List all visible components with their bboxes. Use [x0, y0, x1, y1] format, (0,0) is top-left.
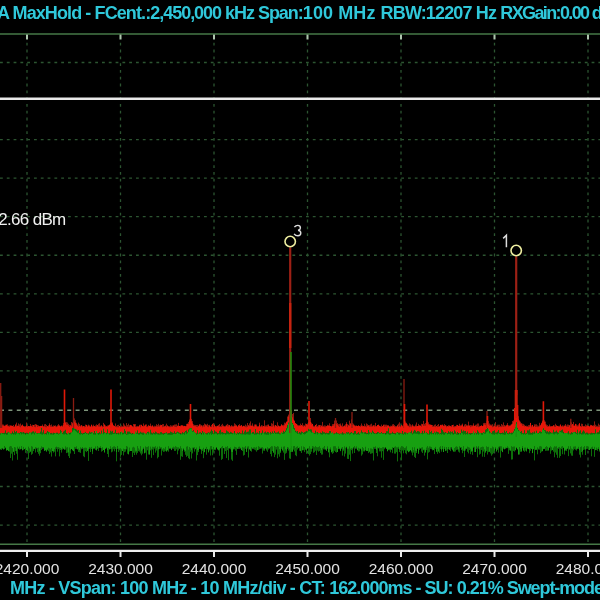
svg-text:2480.000: 2480.000	[556, 560, 600, 577]
svg-text:2430.000: 2430.000	[88, 560, 153, 577]
svg-text:MHz - VSpan: 100 MHz - 10 MHz/: MHz - VSpan: 100 MHz - 10 MHz/div - CT: …	[10, 578, 600, 598]
svg-text:2420.000: 2420.000	[0, 560, 60, 577]
svg-text:2450.000: 2450.000	[275, 560, 340, 577]
svg-text:2460.000: 2460.000	[369, 560, 434, 577]
svg-text:2440.000: 2440.000	[182, 560, 247, 577]
svg-text:-62.66 dBm: -62.66 dBm	[0, 210, 66, 229]
svg-text:2470.000: 2470.000	[462, 560, 527, 577]
svg-text:A MaxHold - FCent.:2,450,000 k: A MaxHold - FCent.:2,450,000 kHz Span:10…	[0, 3, 600, 23]
